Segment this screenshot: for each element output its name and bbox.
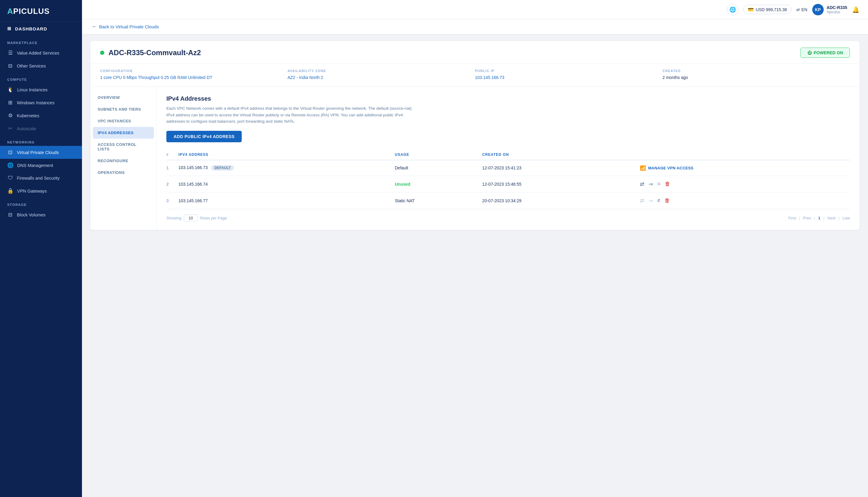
instance-card: ADC-R335-Commvault-Az2 ⏻ POWERED ON CONF… [90,41,859,230]
powered-on-button[interactable]: ⏻ POWERED ON [800,48,850,58]
sidebar-item-label: Autoscale [17,126,36,131]
manage-vpn-button[interactable]: 📶 MANAGE VPN ACCESS [640,165,694,171]
row-num: 3 [166,192,179,209]
nav-acl[interactable]: ACCESS CONTROL LISTS [90,139,156,155]
instance-header: ADC-R335-Commvault-Az2 ⏻ POWERED ON [90,41,859,63]
rows-per-page-input[interactable] [184,215,198,222]
row-action: 📶 MANAGE VPN ACCESS [640,160,850,176]
instance-body: OVERVIEW SUBNETS AND TIERS VPC INSTANCES… [90,87,859,230]
nat-icon[interactable]: = [657,181,661,187]
row-created: 12-07-2023 15:46:55 [482,176,640,192]
sidebar-item-value-added-services[interactable]: ☰ Value Added Services [0,46,82,59]
connect-icon[interactable]: ⇄ [640,181,644,187]
nav-subnets-tiers[interactable]: SUBNETS AND TIERS [90,103,156,115]
sidebar-item-label: Windows Instances [17,100,55,105]
meta-ip-value: 103.145.166.73 [475,75,655,80]
instance-name: ADC-R335-Commvault-Az2 [109,48,201,57]
row-address: 103.145.166.73 DEFAULT [179,160,395,176]
row-action: ⇄ ⇒ ≠ 🗑 [640,192,850,209]
table-row: 3 103.145.166.77 Static NAT 20-07-2023 1… [166,192,850,209]
vpn-access-icon: 📶 [640,165,646,171]
sidebar-item-virtual-private-clouds[interactable]: ⊡ Virtual Private Clouds [0,146,82,159]
forward-icon[interactable]: ⇒ [649,181,653,187]
rows-per-page-label: Rows per Page [200,216,227,220]
nav-operations[interactable]: OPERATIONS [90,167,156,179]
user-info: ADC-R335 Apiculus [827,5,847,14]
panel-description: Each VPC Network comes with a default IP… [166,105,413,125]
default-badge: DEFAULT [211,165,233,171]
row-num: 2 [166,176,179,192]
balance-value: USD 999,715.38 [756,7,787,12]
meta-az: AVAILABILITY ZONE AZ2 - India North 2 [287,69,475,80]
col-address: IPV4 ADDRESS [179,150,395,160]
user-menu[interactable]: KP ADC-R335 Apiculus [812,4,847,15]
dns-icon: 🌐 [7,162,14,169]
block-volumes-icon: ⊟ [7,212,13,218]
instance-title-row: ADC-R335-Commvault-Az2 [100,48,201,57]
content-area: ← Back to Virtual Private Clouds ADC-R33… [82,19,868,497]
ipv4-panel: IPv4 Addresses Each VPC Network comes wi… [157,87,859,230]
sidebar-item-label: Virtual Private Clouds [17,150,59,155]
table-row: 2 103.145.166.74 Unused 12-07-2023 15:46… [166,176,850,192]
sidebar-item-autoscale: ✂ Autoscale [0,122,82,135]
row-created: 12-07-2023 15:41:23 [482,160,640,176]
delete-icon[interactable]: 🗑 [665,197,670,204]
translate-icon: ⇄ [796,7,800,12]
status-label: POWERED ON [814,50,843,55]
sidebar-item-dashboard[interactable]: ⊞ DASHBOARD [0,22,82,36]
sidebar-item-kubernetes[interactable]: ⚙ Kubernetes [0,109,82,122]
nav-overview[interactable]: OVERVIEW [90,91,156,103]
dashboard-icon: ⊞ [7,26,12,31]
section-label-networking: NETWORKING [0,135,82,146]
next-page-link[interactable]: Next [827,216,836,220]
nav-reconfigure[interactable]: RECONFIGURE [90,155,156,167]
delete-icon[interactable]: 🗑 [665,181,670,187]
nav-vpc-instances[interactable]: VPC INSTANCES [90,115,156,127]
col-num: # [166,150,179,160]
sidebar-item-windows-instances[interactable]: ⊞ Windows Instances [0,96,82,109]
sidebar-item-block-volumes[interactable]: ⊟ Block Volumes [0,208,82,221]
back-to-vpc-link[interactable]: ← Back to Virtual Private Clouds [91,24,159,30]
logo-text: APICULUS [7,6,75,16]
lang-label: EN [801,7,807,12]
add-ipv4-button[interactable]: ADD PUBLIC IPv4 ADDRESS [166,131,242,142]
vpn-icon: 🔒 [7,188,14,194]
meta-ip: PUBLIC IP 103.145.166.73 [475,69,663,80]
sidebar-item-vpn-gateways[interactable]: 🔒 VPN Gateways [0,184,82,197]
status-dot [100,51,104,55]
meta-ip-label: PUBLIC IP [475,69,655,73]
user-name: ADC-R335 [827,5,847,10]
globe-button[interactable]: 🌐 [727,4,738,15]
kubernetes-icon: ⚙ [7,112,13,119]
nav-ipv4-addresses[interactable]: IPV4 ADDRESSES [93,127,154,139]
avatar: KP [812,4,824,15]
current-page[interactable]: 1 [818,216,820,220]
user-org: Apiculus [827,10,847,14]
action-icons: ⇄ ⇒ ≠ 🗑 [640,197,846,204]
manage-vpn-label: MANAGE VPN ACCESS [648,166,694,170]
sidebar-item-firewalls-security[interactable]: 🛡 Firewalls and Security [0,172,82,184]
prev-page-link[interactable]: Prev [803,216,811,220]
breadcrumb: ← Back to Virtual Private Clouds [82,19,868,34]
autoscale-icon: ✂ [7,125,13,132]
language-selector[interactable]: ⇄ EN [796,7,807,12]
back-label: Back to Virtual Private Clouds [99,24,159,29]
value-added-services-icon: ☰ [7,50,13,56]
row-usage: Default [395,160,482,176]
first-page-link[interactable]: First [788,216,796,220]
row-address: 103.145.166.74 [179,176,395,192]
notification-bell[interactable]: 🔔 [852,6,859,13]
sidebar-item-other-services[interactable]: ⊟ Other Services [0,59,82,72]
sidebar-item-linux-instances[interactable]: 🐧 Linux Instances [0,83,82,96]
meta-configuration: CONFIGURATION 1 core CPU 0 Mbps Throughp… [100,69,287,80]
row-created: 20-07-2023 10:34:29 [482,192,640,209]
other-services-icon: ⊟ [7,63,13,69]
nat-icon[interactable]: ≠ [657,197,660,204]
sidebar-item-dns-management[interactable]: 🌐 DNS Management [0,159,82,172]
sidebar-item-label: DNS Management [17,163,53,168]
meta-created: CREATED 2 months ago [663,69,850,80]
last-page-link[interactable]: Last [842,216,850,220]
section-label-storage: STORAGE [0,197,82,208]
meta-created-value: 2 months ago [663,75,843,80]
side-nav: OVERVIEW SUBNETS AND TIERS VPC INSTANCES… [90,87,157,230]
